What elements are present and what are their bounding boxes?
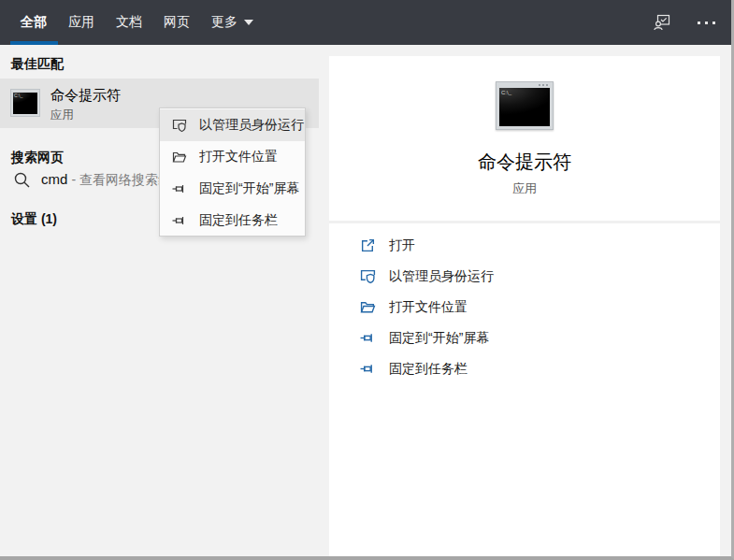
more-options-icon[interactable] (696, 18, 717, 28)
action-open-file-location-label: 打开文件位置 (389, 299, 468, 316)
pin-icon (360, 330, 376, 346)
tab-more[interactable]: 更多 (211, 14, 253, 31)
action-list: 打开 以管理员身份运行 打开文件位置 (329, 230, 720, 384)
cmd-window-icon-large: C:\_ (496, 81, 554, 130)
open-icon (360, 237, 376, 253)
action-pin-to-taskbar-label: 固定到任务栏 (389, 361, 468, 378)
section-settings: 设置 (1) (11, 211, 57, 228)
search-window: 全部 应用 文档 网页 更多 最佳匹配 C:\_ (0, 0, 734, 560)
action-pin-to-taskbar[interactable]: 固定到任务栏 (329, 353, 720, 384)
open-file-location-icon (172, 150, 187, 165)
menu-item-label: 固定到任务栏 (199, 212, 278, 229)
context-menu: 以管理员身份运行 打开文件位置 固定到“开始”屏幕 (159, 108, 306, 237)
search-hint: - 查看网络搜索结 (72, 172, 172, 187)
detail-panel: C:\_ 命令提示符 应用 打开 以管理员身份运行 (329, 56, 720, 556)
menu-item-run-as-admin[interactable]: 以管理员身份运行 (160, 109, 305, 141)
section-search-web: 搜索网页 (11, 150, 64, 166)
run-as-admin-icon (360, 268, 376, 284)
detail-title: 命令提示符 (329, 150, 720, 175)
filter-tabs: 全部 应用 文档 网页 更多 (21, 0, 253, 45)
menu-item-pin-to-start[interactable]: 固定到“开始”屏幕 (160, 173, 305, 205)
menu-item-label: 以管理员身份运行 (199, 117, 304, 134)
tab-documents[interactable]: 文档 (116, 14, 142, 31)
menu-item-pin-to-taskbar[interactable]: 固定到任务栏 (160, 205, 305, 237)
window-control-dots (539, 84, 548, 86)
cmd-window-icon: C:\_ (10, 89, 40, 117)
action-run-as-admin-label: 以管理员身份运行 (389, 268, 494, 285)
best-match-title: 命令提示符 (50, 87, 121, 105)
open-file-location-icon (360, 299, 376, 315)
action-pin-to-start[interactable]: 固定到“开始”屏幕 (329, 323, 720, 353)
tab-apps[interactable]: 应用 (68, 14, 94, 31)
tab-more-label: 更多 (211, 14, 237, 31)
menu-item-label: 固定到“开始”屏幕 (199, 180, 299, 197)
action-open[interactable]: 打开 (329, 230, 720, 261)
feedback-icon[interactable] (653, 13, 671, 32)
chevron-down-icon (244, 20, 253, 25)
detail-subtitle: 应用 (329, 180, 720, 197)
tab-web[interactable]: 网页 (164, 14, 190, 31)
search-icon (13, 171, 31, 189)
action-run-as-admin[interactable]: 以管理员身份运行 (329, 261, 720, 292)
search-filter-bar: 全部 应用 文档 网页 更多 (0, 0, 734, 45)
pin-icon (360, 361, 376, 377)
run-as-admin-icon (172, 118, 187, 133)
tab-all[interactable]: 全部 (21, 14, 47, 31)
pin-icon (172, 181, 187, 196)
menu-item-label: 打开文件位置 (199, 149, 278, 165)
pin-icon (172, 213, 187, 228)
divider (329, 221, 720, 223)
action-pin-to-start-label: 固定到“开始”屏幕 (389, 330, 489, 347)
action-open-label: 打开 (389, 237, 415, 254)
action-open-file-location[interactable]: 打开文件位置 (329, 292, 720, 323)
section-best-match: 最佳匹配 (11, 56, 64, 73)
best-match-subtitle: 应用 (50, 108, 74, 123)
menu-item-open-file-location[interactable]: 打开文件位置 (160, 141, 305, 173)
search-query: cmd (41, 171, 67, 187)
